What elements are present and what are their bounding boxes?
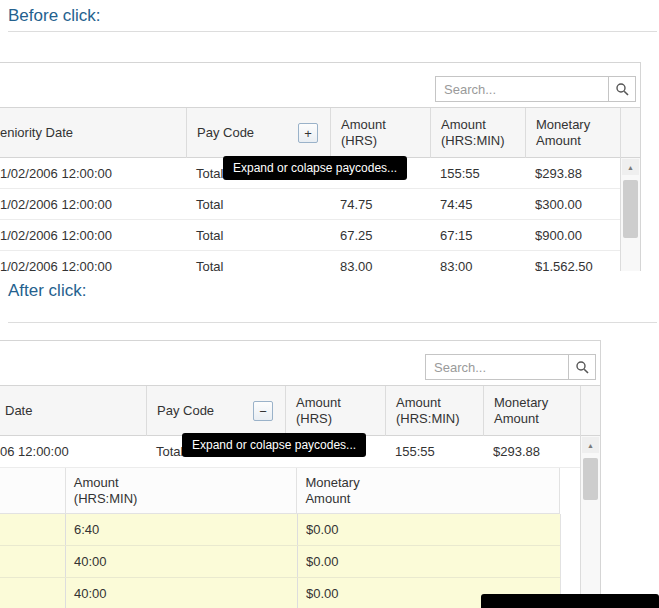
table-row[interactable]: 1/02/2006 12:00:00 Total 83.00 83:00 $1,… (0, 251, 620, 271)
col-header-pay-code[interactable]: Pay Code − (146, 386, 285, 436)
clipped-tooltip (481, 594, 659, 608)
expand-paycodes-tooltip: Expand or colapse paycodes... (182, 433, 366, 457)
before-grid: eniority Date Pay Code + Amount (HRS) Am… (0, 62, 641, 271)
column-title: Amount (HRS) (341, 117, 411, 149)
column-title: Amount (HRS:MIN) (396, 395, 466, 427)
column-title: Monetary Amount (494, 395, 564, 427)
detail-cell-amount-hrsmin: 40:00 (65, 546, 297, 577)
detail-cell-amount-hrsmin: 40:00 (65, 578, 297, 608)
cell-monetary-amount: $293.88 (483, 436, 580, 467)
detail-col-header-cut (0, 468, 65, 513)
column-title: Monetary Amount (305, 475, 375, 507)
detail-cell-amount-hrsmin: 6:40 (65, 514, 297, 545)
column-title: Pay Code (157, 403, 214, 419)
cell-pay-code: Total (186, 220, 330, 250)
cell-monetary-amount: $1,562.50 (525, 251, 620, 271)
before-search-box (435, 76, 636, 102)
col-header-monetary-amount[interactable]: Monetary Amount (525, 108, 620, 158)
cell-amount-hrsmin: 67:15 (430, 220, 525, 250)
cell-date: 06 12:00:00 (0, 436, 146, 467)
detail-cell-monetary-amount: $0.00 (297, 514, 560, 545)
expand-paycodes-tooltip: Expand or colapse paycodes... (223, 156, 407, 180)
search-button[interactable] (608, 76, 636, 102)
cell-amount-hrs: 67.25 (330, 220, 430, 250)
cell-amount-hrsmin: 74:45 (430, 189, 525, 219)
table-row[interactable]: 1/02/2006 12:00:00 Total 74.75 74:45 $30… (0, 189, 620, 220)
cell-monetary-amount: $900.00 (525, 220, 620, 250)
search-icon (575, 360, 589, 374)
cell-monetary-amount: $300.00 (525, 189, 620, 219)
header-scrollbar-spacer (620, 108, 641, 158)
detail-col-header-monetary-amount[interactable]: Monetary Amount (296, 468, 559, 513)
detail-row[interactable]: 40:00 $0.00 (0, 546, 561, 578)
column-title: Pay Code (197, 125, 254, 141)
cell-pay-code: Total (186, 189, 330, 219)
cell-seniority-date: 1/02/2006 12:00:00 (0, 158, 186, 188)
col-header-seniority-date[interactable]: eniority Date (0, 108, 186, 158)
page: Before click: eniority Date Pay Code + (0, 0, 659, 608)
col-header-amount-hrs[interactable]: Amount (HRS) (285, 386, 385, 436)
search-icon (615, 82, 629, 96)
scroll-up-arrow-icon[interactable]: ▲ (622, 159, 639, 175)
col-header-amount-hrs[interactable]: Amount (HRS) (330, 108, 430, 158)
paycode-detail-grid: Amount (HRS:MIN) Monetary Amount 6:40 $0… (0, 468, 560, 514)
after-grid-toolbar (0, 341, 600, 386)
column-title: Amount (HRS:MIN) (441, 117, 511, 149)
cell-pay-code: Total (186, 251, 330, 271)
scrollbar-thumb[interactable] (623, 180, 638, 238)
scroll-up-arrow-icon[interactable]: ▲ (582, 437, 599, 453)
col-header-pay-code[interactable]: Pay Code + (186, 108, 330, 158)
search-input[interactable] (435, 76, 608, 102)
section-divider (8, 322, 657, 323)
col-header-amount-hrsmin[interactable]: Amount (HRS:MIN) (430, 108, 525, 158)
col-header-date[interactable]: Date (0, 386, 146, 436)
detail-cell-cut (0, 578, 65, 608)
collapse-paycodes-button[interactable]: − (253, 401, 273, 421)
column-title: eniority Date (0, 125, 73, 141)
cell-seniority-date: 1/02/2006 12:00:00 (0, 220, 186, 250)
cell-amount-hrsmin: 155:55 (385, 436, 483, 467)
detail-row[interactable]: 6:40 $0.00 (0, 514, 561, 546)
column-title: Date (5, 403, 32, 419)
after-header-row: Date Pay Code − Amount (HRS) Amount (HRS… (0, 386, 601, 436)
column-title: Amount (HRS:MIN) (74, 475, 144, 507)
detail-cell-monetary-amount: $0.00 (297, 546, 560, 577)
cell-amount-hrsmin: 83:00 (430, 251, 525, 271)
cell-amount-hrs: 83.00 (330, 251, 430, 271)
col-header-amount-hrsmin[interactable]: Amount (HRS:MIN) (385, 386, 483, 436)
detail-col-header-amount-hrsmin[interactable]: Amount (HRS:MIN) (65, 468, 297, 513)
cell-seniority-date: 1/02/2006 12:00:00 (0, 189, 186, 219)
cell-amount-hrs: 74.75 (330, 189, 430, 219)
detail-header-row: Amount (HRS:MIN) Monetary Amount (0, 468, 560, 514)
before-heading: Before click: (8, 6, 101, 26)
before-header-row: eniority Date Pay Code + Amount (HRS) Am… (0, 108, 641, 158)
table-row[interactable]: 1/02/2006 12:00:00 Total 67.25 67:15 $90… (0, 220, 620, 251)
detail-cell-cut (0, 514, 65, 545)
column-title: Monetary Amount (536, 117, 606, 149)
cell-monetary-amount: $293.88 (525, 158, 620, 188)
vertical-scrollbar[interactable]: ▲ (580, 436, 600, 608)
expand-paycodes-button[interactable]: + (298, 123, 318, 143)
after-heading: After click: (8, 281, 86, 301)
section-divider (8, 31, 657, 32)
cell-amount-hrsmin: 155:55 (430, 158, 525, 188)
header-scrollbar-spacer (580, 386, 601, 436)
vertical-scrollbar[interactable]: ▲ (620, 158, 640, 271)
col-header-monetary-amount[interactable]: Monetary Amount (483, 386, 580, 436)
detail-cell-cut (0, 546, 65, 577)
search-input[interactable] (425, 354, 568, 380)
scrollbar-thumb[interactable] (583, 458, 598, 500)
after-grid: Date Pay Code − Amount (HRS) Amount (HRS… (0, 340, 601, 608)
detail-row[interactable]: 40:00 $0.00 (0, 578, 561, 608)
before-grid-toolbar (0, 63, 640, 108)
search-button[interactable] (568, 354, 596, 380)
cell-seniority-date: 1/02/2006 12:00:00 (0, 251, 186, 271)
after-search-box (425, 354, 596, 380)
column-title: Amount (HRS) (296, 395, 366, 427)
